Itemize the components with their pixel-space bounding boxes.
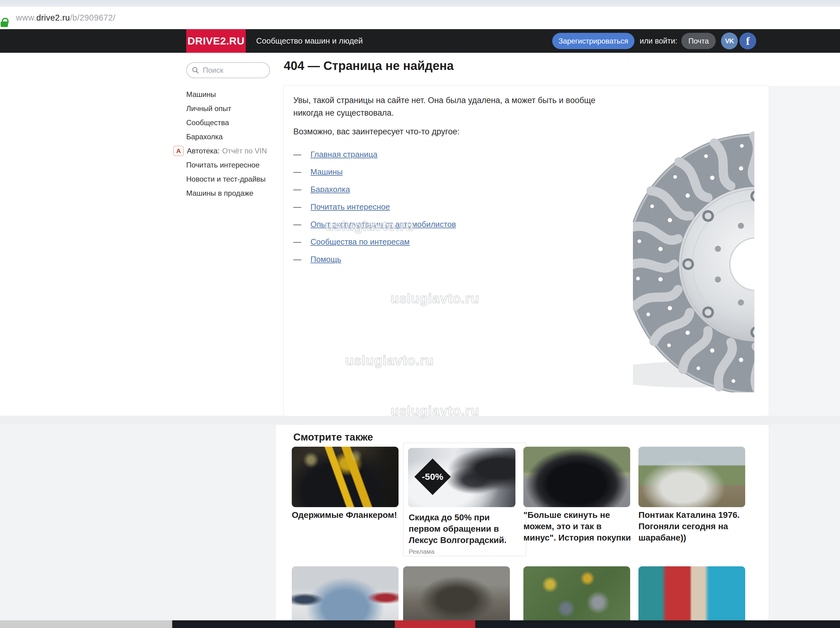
register-button[interactable]: Зарегистрироваться: [552, 33, 635, 49]
article-photo-studio-car[interactable]: [292, 566, 398, 621]
article-caption-pontiac[interactable]: Понтиак Каталина 1976. Погоняли сегодня …: [638, 509, 749, 543]
link-row: —Почитать интересное: [293, 198, 456, 216]
drive2-logo[interactable]: DRIVE2.RU: [186, 29, 246, 53]
site-tagline: Сообщество машин и людей: [256, 29, 363, 53]
search-box[interactable]: [186, 62, 270, 78]
site-header: DRIVE2.RU Сообщество машин и людей Зарег…: [0, 29, 840, 53]
sidebar-menu: Машины Личный опыт Сообщества Барахолка …: [186, 87, 270, 200]
sidebar-item-baraholka[interactable]: Барахолка: [186, 130, 270, 144]
sidebar-item-soobshchestva[interactable]: Сообщества: [186, 116, 270, 130]
link-row: —Барахолка: [293, 181, 456, 198]
link-communities[interactable]: Сообщества по интересам: [311, 237, 410, 247]
ad-caption-lexus[interactable]: Скидка до 50% при первом обращении в Лек…: [409, 512, 519, 546]
suggestion-text: Возможно, вас заинтересует что-то другое…: [293, 125, 603, 138]
link-cars[interactable]: Машины: [311, 167, 343, 177]
login-mail-button[interactable]: Почта: [681, 33, 716, 49]
browser-address-bar[interactable]: www.drive2.ru/b/2909672/: [0, 7, 840, 29]
page-title: 404 — Страница не найдена: [284, 59, 454, 73]
or-login-label: или войти:: [639, 29, 677, 53]
ad-photo-lexus[interactable]: -50%: [408, 448, 515, 507]
article-photo-supercars[interactable]: [638, 566, 745, 621]
page-url[interactable]: www.drive2.ru/b/2909672/: [16, 7, 115, 29]
avtoteka-sublabel: Отчёт по VIN: [222, 147, 267, 155]
link-row: —Сообщества по интересам: [293, 233, 456, 251]
link-read[interactable]: Почитать интересное: [311, 202, 390, 212]
link-row: —Главная страница: [293, 146, 456, 163]
ad-card[interactable]: -50% Скидка до 50% при первом обращении …: [403, 443, 526, 556]
article-photo-bmw[interactable]: [523, 447, 630, 507]
link-row: —Помощь: [293, 251, 456, 268]
article-caption-flanker[interactable]: Одержимые Фланкером!: [292, 509, 402, 521]
avtoteka-label: Автотека:: [187, 147, 219, 155]
discount-badge: -50%: [414, 459, 451, 495]
browser-tab-strip: [0, 0, 840, 7]
see-also-section: Смотрите также Одержимые Фланкером! -50%…: [275, 424, 769, 621]
secure-lock-icon: [1, 18, 9, 27]
taskbar-light-segment: [0, 620, 172, 628]
sidebar-item-novosti[interactable]: Новости и тест-драйвы: [186, 172, 270, 186]
sidebar: Машины Личный опыт Сообщества Барахолка …: [186, 62, 270, 200]
sidebar-item-mashiny[interactable]: Машины: [186, 87, 270, 101]
sidebar-item-avtoteka[interactable]: А Автотека: Отчёт по VIN: [186, 144, 270, 158]
watermark: uslugiavto.ru: [325, 218, 414, 234]
link-help[interactable]: Помощь: [311, 255, 341, 264]
article-photo-armored-truck[interactable]: [403, 566, 510, 621]
facebook-login-icon[interactable]: f: [739, 33, 756, 49]
link-row: —Машины: [293, 163, 456, 181]
screen: www.drive2.ru/b/2909672/ DRIVE2.RU Сообщ…: [0, 0, 840, 628]
search-icon: [192, 66, 199, 74]
brake-disc-image: [633, 105, 755, 392]
suggestion-links: —Главная страница —Машины —Барахолка —По…: [293, 146, 456, 268]
vk-login-icon[interactable]: VK: [721, 33, 738, 49]
sidebar-item-prodazha[interactable]: Машины в продаже: [186, 186, 270, 200]
ad-label: Реклама: [409, 548, 434, 555]
link-home[interactable]: Главная страница: [311, 150, 377, 159]
watermark: uslugiavto.ru: [345, 353, 434, 368]
article-caption-bmw[interactable]: "Больше скинуть не можем, это и так в ми…: [523, 509, 634, 543]
watermark: uslugiavto.ru: [390, 291, 479, 306]
watermark: uslugiavto.ru: [390, 403, 479, 418]
sidebar-item-pochitat[interactable]: Почитать интересное: [186, 158, 270, 172]
sidebar-item-lichnyj-opyt[interactable]: Личный опыт: [186, 101, 270, 116]
search-input[interactable]: [202, 66, 259, 75]
taskbar-red-segment: [395, 620, 475, 628]
article-photo-aerial-junk[interactable]: [523, 566, 630, 621]
article-photo-flanker[interactable]: [292, 447, 398, 507]
see-also-title: Смотрите также: [293, 431, 373, 443]
link-market[interactable]: Барахолка: [311, 185, 350, 194]
bottom-taskbar: [0, 620, 840, 628]
avtoteka-badge: А: [173, 146, 184, 156]
article-photo-pontiac[interactable]: [638, 447, 745, 507]
not-found-text: Увы, такой страницы на сайте нет. Она бы…: [293, 94, 603, 119]
